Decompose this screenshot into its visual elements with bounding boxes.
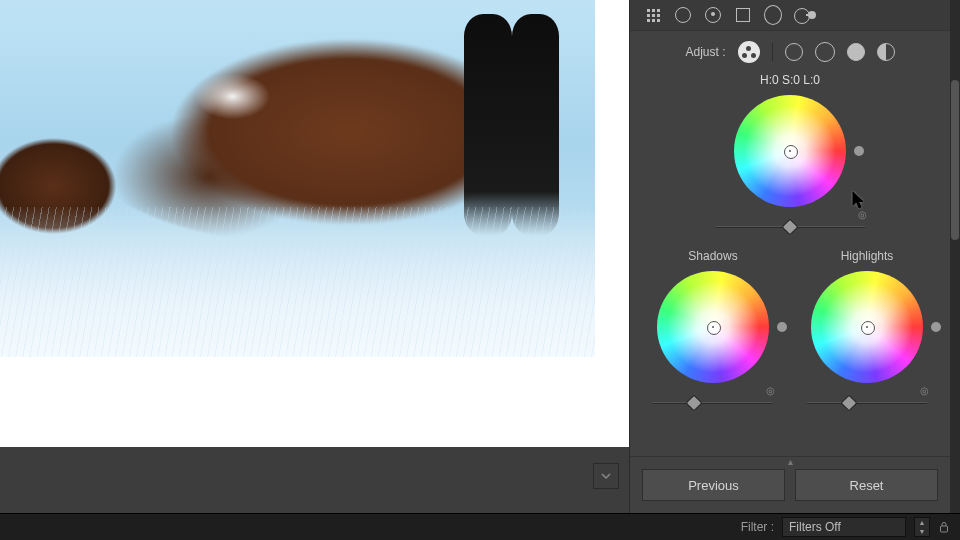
midtones-wheel-block: ◎ (630, 93, 950, 245)
shadows-picker-dot[interactable] (707, 321, 721, 335)
highlights-wheel-block: Highlights ◎ (790, 249, 944, 413)
panel-button-row: ▴ Previous Reset (630, 456, 950, 513)
midtones-saturation-handle[interactable] (854, 146, 864, 156)
midtones-picker-dot[interactable] (784, 145, 798, 159)
svg-rect-0 (941, 526, 948, 532)
filter-dropdown-value: Filters Off (789, 520, 841, 534)
shadows-reset-icon[interactable]: ◎ (766, 385, 775, 396)
crop-grid-icon[interactable] (644, 6, 662, 24)
rect-tool-icon[interactable] (734, 6, 752, 24)
midtones-mode-icon[interactable] (815, 42, 835, 62)
highlights-saturation-handle[interactable] (931, 322, 941, 332)
adjust-label: Adjust : (685, 45, 725, 59)
large-circle-tool-icon[interactable] (764, 6, 782, 24)
footer-bar: Filter : Filters Off ▲▼ (0, 513, 960, 540)
adjust-mode-row: Adjust : (630, 31, 950, 69)
filter-dropdown[interactable]: Filters Off (782, 517, 906, 537)
local-adjustment-toolrow (630, 0, 950, 31)
brush-slider-icon[interactable] (794, 6, 812, 24)
panel-scrollbar[interactable] (950, 0, 960, 513)
filter-label: Filter : (741, 520, 774, 534)
lock-icon[interactable] (938, 521, 950, 533)
reset-button[interactable]: Reset (795, 469, 938, 501)
separator (772, 43, 773, 61)
filter-stepper[interactable]: ▲▼ (914, 517, 930, 537)
radial-tool-icon[interactable] (704, 6, 722, 24)
highlights-reset-icon[interactable]: ◎ (920, 385, 929, 396)
collapse-chevron-icon[interactable]: ▴ (788, 456, 793, 467)
preview-image[interactable] (0, 0, 595, 357)
midtones-reset-icon[interactable]: ◎ (858, 209, 867, 220)
image-matte (0, 0, 629, 447)
shadows-luminance-slider[interactable]: ◎ (653, 393, 773, 413)
canvas-area (0, 0, 629, 513)
pointer-cursor-icon (852, 191, 866, 209)
shadows-saturation-handle[interactable] (777, 322, 787, 332)
shadows-mode-icon[interactable] (785, 43, 803, 61)
canvas-options-dropdown[interactable] (593, 463, 619, 489)
shadows-wheel-block: Shadows ◎ (636, 249, 790, 413)
three-way-mode-icon[interactable] (738, 41, 760, 63)
highlights-mode-icon[interactable] (847, 43, 865, 61)
global-mode-icon[interactable] (877, 43, 895, 61)
highlights-luminance-slider[interactable]: ◎ (807, 393, 927, 413)
shadows-label: Shadows (688, 249, 737, 263)
highlights-label: Highlights (841, 249, 894, 263)
midtones-luminance-slider[interactable]: ◎ (715, 217, 865, 237)
color-grading-panel: Adjust : H:0 S:0 L:0 (629, 0, 950, 513)
hsl-readout: H:0 S:0 L:0 (630, 69, 950, 93)
spot-tool-icon[interactable] (674, 6, 692, 24)
previous-button[interactable]: Previous (642, 469, 785, 501)
highlights-picker-dot[interactable] (861, 321, 875, 335)
